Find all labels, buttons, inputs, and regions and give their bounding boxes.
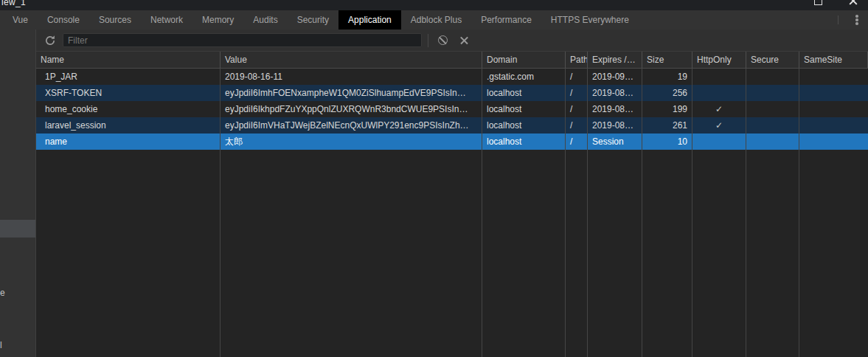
cookie-path: / [566, 117, 588, 134]
tabbar-separator [838, 15, 839, 24]
cookie-row-name-selected[interactable]: name 太郎 localhost / Session 10 [36, 134, 868, 150]
cookie-domain: localhost [482, 101, 566, 117]
cookie-value: eyJpdiI6ImVHaTJWejBZelNEcnQxUWlPY291enc9… [221, 117, 482, 134]
cookie-value: eyJpdiI6IkhpdFZuYXppQnlZUXRQWnR3bndCWUE9… [221, 101, 482, 117]
devtools-tabbar: Vue Console Sources Network Memory Audit… [0, 10, 868, 30]
cookie-value: 2019-08-16-11 [221, 69, 482, 85]
cookie-size: 10 [642, 134, 692, 150]
cookie-domain: localhost [482, 117, 566, 134]
cookie-domain: .gstatic.com [482, 69, 566, 85]
tab-application[interactable]: Application [338, 10, 401, 30]
cookie-value: eyJpdiI6ImhFOENxampheW1QM0ZiSlhuampEdVE9… [221, 85, 482, 101]
cookie-size: 19 [642, 69, 692, 85]
window-close-icon[interactable] [848, 0, 858, 5]
application-sidebar-sliver: e l [0, 30, 36, 357]
cookie-samesite [799, 85, 868, 101]
tab-network[interactable]: Network [141, 10, 192, 30]
cookie-secure [746, 85, 799, 101]
delete-icon[interactable] [459, 35, 469, 45]
cookie-path: / [566, 85, 588, 101]
cookie-name: XSRF-TOKEN [36, 85, 221, 101]
cookie-size: 256 [642, 85, 692, 101]
cookie-httponly [692, 85, 746, 101]
cookie-row-home-cookie[interactable]: home_cookie eyJpdiI6IkhpdFZuYXppQnlZUXRQ… [36, 101, 868, 117]
devtools-content: e l Name Value Domain [0, 30, 868, 357]
cookies-pane: Name Value Domain Path Expires /… Size H… [36, 30, 868, 357]
cookie-row-xsrf-token[interactable]: XSRF-TOKEN eyJpdiI6ImhFOENxampheW1QM0ZiS… [36, 85, 868, 101]
tab-console[interactable]: Console [38, 10, 89, 30]
toolbar-separator [428, 34, 428, 47]
cookie-path: / [566, 101, 588, 117]
cookie-size: 199 [642, 101, 692, 117]
cookie-samesite [799, 69, 868, 85]
cookie-expires: 2019-08… [588, 117, 642, 134]
sidebar-item-highlighted[interactable] [0, 220, 35, 238]
more-options-icon[interactable] [855, 15, 858, 25]
tab-adblock-plus[interactable]: Adblock Plus [401, 10, 471, 30]
cookie-httponly [692, 134, 746, 150]
tab-audits[interactable]: Audits [243, 10, 287, 30]
cookie-httponly-check: ✓ [692, 101, 746, 117]
cookies-toolbar [36, 30, 868, 52]
cookie-secure [746, 134, 799, 150]
cookie-samesite [799, 134, 868, 150]
cookie-secure [746, 117, 799, 134]
cookies-table-header: Name Value Domain Path Expires /… Size H… [36, 52, 868, 69]
tab-performance[interactable]: Performance [471, 10, 541, 30]
window-maximize-icon[interactable] [814, 0, 822, 5]
sidebar-item-label-fragment[interactable]: l [0, 340, 2, 350]
tab-security[interactable]: Security [288, 10, 338, 30]
column-header-secure[interactable]: Secure [746, 52, 799, 68]
cookie-expires: 2019-09… [588, 69, 642, 85]
cookie-expires: Session [588, 134, 642, 150]
filter-input[interactable] [63, 33, 422, 47]
cookie-name: 1P_JAR [36, 69, 221, 85]
cookie-secure [746, 69, 799, 85]
column-header-value[interactable]: Value [221, 52, 482, 68]
cookies-table-empty-area [36, 150, 868, 357]
cookie-samesite [799, 101, 868, 117]
tab-sources[interactable]: Sources [89, 10, 141, 30]
cookies-table: Name Value Domain Path Expires /… Size H… [36, 52, 868, 357]
devtools-window: iew_1 Vue Console Sources Network Memory… [0, 0, 868, 357]
cookie-domain: localhost [482, 85, 566, 101]
cookie-samesite [799, 117, 868, 134]
cookie-row-1p-jar[interactable]: 1P_JAR 2019-08-16-11 .gstatic.com / 2019… [36, 69, 868, 85]
column-header-expires[interactable]: Expires /… [588, 52, 642, 68]
cookie-value: 太郎 [221, 134, 482, 150]
column-header-samesite[interactable]: SameSite [799, 52, 868, 68]
column-header-name[interactable]: Name [36, 52, 221, 68]
window-titlebar: iew_1 [0, 0, 868, 10]
cookie-httponly [692, 69, 746, 85]
cookie-name: name [36, 134, 221, 150]
refresh-icon[interactable] [44, 35, 56, 46]
cookie-size: 261 [642, 117, 692, 134]
cookie-domain: localhost [482, 134, 566, 150]
clear-all-cookies-icon[interactable] [438, 35, 448, 45]
window-title-fragment: iew_1 [1, 0, 26, 7]
tab-vue[interactable]: Vue [3, 10, 38, 30]
column-header-domain[interactable]: Domain [482, 52, 566, 68]
column-header-size[interactable]: Size [642, 52, 692, 68]
tab-https-everywhere[interactable]: HTTPS Everywhere [541, 10, 639, 30]
cookie-secure [746, 101, 799, 117]
cookie-path: / [566, 69, 588, 85]
column-header-httponly[interactable]: HttpOnly [692, 52, 746, 68]
cookie-row-laravel-session[interactable]: laravel_session eyJpdiI6ImVHaTJWejBZelNE… [36, 117, 868, 134]
cookie-httponly-check: ✓ [692, 117, 746, 134]
sidebar-item-label-fragment[interactable]: e [0, 288, 5, 298]
cookie-expires: 2019-08… [588, 101, 642, 117]
tab-memory[interactable]: Memory [192, 10, 243, 30]
column-header-path[interactable]: Path [566, 52, 588, 68]
cookie-name: laravel_session [36, 117, 221, 134]
cookie-name: home_cookie [36, 101, 221, 117]
cookie-path: / [566, 134, 588, 150]
cookie-expires: 2019-08… [588, 85, 642, 101]
